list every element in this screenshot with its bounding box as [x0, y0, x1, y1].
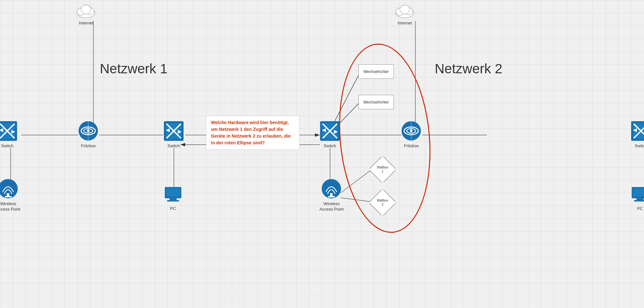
connection-lines [0, 0, 644, 308]
switch-far-label: Switch [635, 143, 644, 149]
pc-mid-device: PC [164, 186, 182, 212]
red-ellipse [332, 40, 438, 237]
svg-rect-66 [166, 188, 180, 197]
switch-left-icon [0, 121, 18, 141]
wap-left-icon [0, 178, 19, 199]
pc-mid-icon [164, 186, 182, 204]
switch-far-device: Switch [630, 121, 644, 149]
switch-right-label: Switch [324, 143, 336, 149]
pc-mid-label: PC [170, 206, 176, 212]
switch-mid-icon [163, 121, 184, 141]
wap-right-label: Wireless Access Point [319, 201, 344, 212]
internet1-label: Internet [79, 21, 93, 26]
cloud-icon-2 [393, 3, 416, 19]
switch-mid-label: Switch [167, 143, 180, 149]
switch-left-label: Switch [1, 143, 13, 149]
annotation-text: Welche Hardware wird hier benötigt, um N… [211, 120, 290, 145]
svg-rect-64 [328, 196, 335, 197]
annotation-box: Welche Hardware wird hier benötigt, um N… [206, 116, 299, 150]
svg-rect-68 [167, 200, 179, 202]
switch-left-device: Switch [0, 121, 18, 149]
network2-label: Netzwerk 2 [435, 61, 502, 77]
fritzbox1-icon [78, 121, 99, 141]
switch-far-icon [630, 121, 644, 141]
fritzbox1-label: Fritzbox [81, 143, 96, 149]
svg-rect-63 [330, 193, 333, 196]
svg-point-24 [400, 5, 410, 14]
svg-rect-61 [5, 196, 12, 197]
pc-far-icon [631, 186, 644, 204]
wap-right-device: Wireless Access Point [319, 178, 344, 212]
wap-left-label: Wireless Access Point [0, 201, 20, 212]
internet2-device: Internet [393, 3, 416, 26]
wap-right-icon [321, 178, 342, 199]
internet2-label: Internet [398, 21, 412, 26]
svg-rect-71 [637, 198, 644, 200]
internet1-device: Internet [75, 3, 97, 26]
cloud-icon-1 [75, 3, 97, 19]
switch-right-device: Switch [319, 121, 340, 149]
pc-far-label: PC [637, 206, 643, 212]
pc-far-device: PC [631, 186, 644, 212]
network1-label: Netzwerk 1 [100, 61, 167, 77]
switch-right-icon [319, 121, 340, 141]
fritzbox1-device: Fritzbox [78, 121, 99, 149]
switch-mid-device: Switch [163, 121, 184, 149]
wap-left-device: Wireless Access Point [0, 178, 20, 212]
diagram: Netzwerk 1 Netzwerk 2 Internet Internet [0, 0, 644, 308]
svg-rect-70 [633, 188, 644, 197]
svg-rect-67 [170, 198, 177, 200]
svg-rect-60 [7, 193, 9, 196]
svg-rect-72 [634, 200, 644, 202]
svg-point-20 [81, 5, 91, 14]
